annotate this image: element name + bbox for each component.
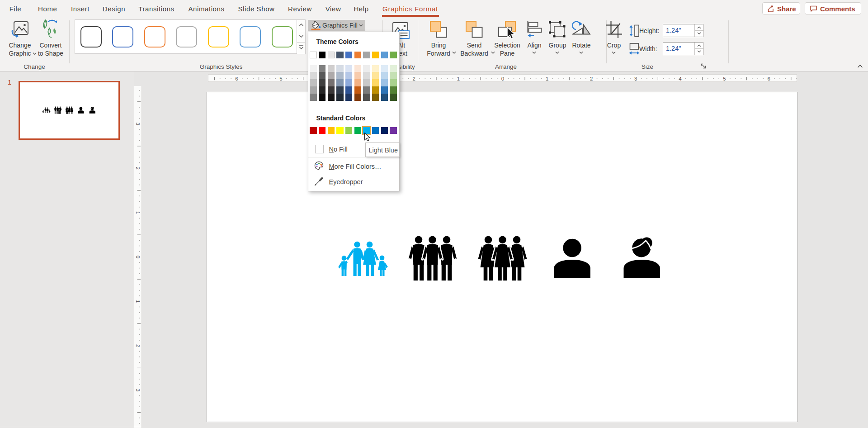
svg-text:2: 2 <box>413 76 415 81</box>
svg-text:3: 3 <box>135 122 141 125</box>
svg-text:6: 6 <box>767 76 770 81</box>
svg-text:6: 6 <box>235 76 238 81</box>
svg-text:4: 4 <box>679 76 682 81</box>
svg-text:5: 5 <box>279 76 282 81</box>
svg-text:3: 3 <box>135 389 141 391</box>
svg-text:2: 2 <box>590 76 593 81</box>
svg-text:3: 3 <box>634 76 637 81</box>
svg-text:2: 2 <box>135 167 141 170</box>
svg-text:0: 0 <box>501 76 504 81</box>
svg-text:1: 1 <box>135 211 141 214</box>
svg-text:0: 0 <box>135 256 141 258</box>
svg-text:2: 2 <box>135 344 141 347</box>
svg-text:1: 1 <box>546 76 548 81</box>
svg-text:1: 1 <box>135 300 141 303</box>
svg-text:5: 5 <box>723 76 726 81</box>
svg-text:1: 1 <box>457 76 460 81</box>
